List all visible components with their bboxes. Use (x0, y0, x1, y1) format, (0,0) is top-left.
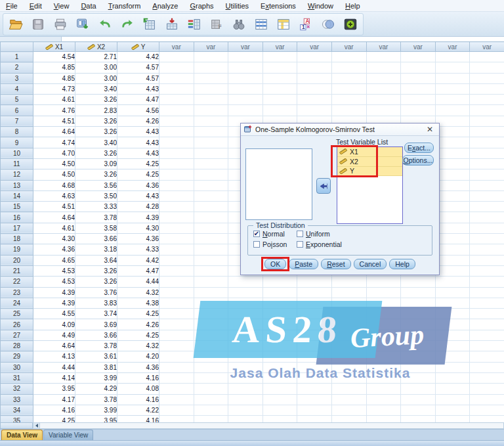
empty-cell[interactable] (401, 319, 436, 330)
empty-cell[interactable] (194, 394, 228, 405)
checkbox-normal[interactable]: ✔Normal (253, 230, 294, 238)
empty-cell[interactable] (194, 277, 228, 287)
empty-cell[interactable] (297, 330, 332, 340)
menu-utilities[interactable]: Utilities (220, 1, 255, 11)
checkbox-box-icon[interactable] (297, 231, 303, 237)
empty-cell[interactable] (470, 277, 504, 287)
empty-cell[interactable] (228, 309, 263, 319)
column-header-var[interactable]: var (401, 42, 436, 52)
empty-cell[interactable] (262, 309, 297, 319)
row-number[interactable]: 6 (1, 105, 33, 116)
empty-cell[interactable] (435, 158, 470, 169)
value-labels-icon[interactable]: A1 (297, 15, 314, 33)
empty-cell[interactable] (228, 95, 263, 105)
empty-cell[interactable] (470, 351, 504, 362)
empty-cell[interactable] (228, 83, 263, 94)
data-cell[interactable]: 4.50 (33, 158, 75, 169)
empty-cell[interactable] (401, 83, 436, 94)
empty-cell[interactable] (435, 137, 470, 148)
empty-cell[interactable] (401, 62, 436, 73)
data-cell[interactable]: 4.43 (117, 190, 159, 201)
empty-cell[interactable] (262, 319, 297, 330)
row-number[interactable]: 12 (1, 169, 33, 180)
data-cell[interactable]: 4.54 (33, 52, 75, 62)
empty-cell[interactable] (401, 105, 436, 116)
empty-cell[interactable] (228, 330, 263, 340)
empty-cell[interactable] (470, 287, 504, 298)
empty-cell[interactable] (297, 372, 332, 383)
empty-cell[interactable] (401, 394, 436, 405)
empty-cell[interactable] (366, 83, 401, 94)
column-header-var[interactable]: var (159, 42, 194, 52)
empty-cell[interactable] (435, 405, 470, 415)
empty-cell[interactable] (159, 405, 194, 415)
data-cell[interactable]: 3.00 (75, 73, 117, 83)
empty-cell[interactable] (194, 62, 228, 73)
transfer-arrow-button[interactable] (316, 178, 331, 194)
data-cell[interactable]: 3.26 (75, 95, 117, 105)
data-cell[interactable]: 4.61 (33, 95, 75, 105)
tab-data-view[interactable]: Data View (1, 430, 43, 440)
empty-cell[interactable] (470, 116, 504, 126)
empty-cell[interactable] (331, 105, 366, 116)
empty-cell[interactable] (228, 416, 263, 422)
empty-cell[interactable] (262, 95, 297, 105)
empty-cell[interactable] (262, 62, 297, 73)
empty-cell[interactable] (159, 62, 194, 73)
empty-cell[interactable] (331, 372, 366, 383)
empty-cell[interactable] (366, 298, 401, 308)
empty-cell[interactable] (194, 287, 228, 298)
empty-cell[interactable] (297, 384, 332, 394)
column-header-var[interactable]: var (366, 42, 401, 52)
empty-cell[interactable] (159, 202, 194, 212)
empty-cell[interactable] (228, 73, 263, 83)
empty-cell[interactable] (470, 127, 504, 137)
data-cell[interactable]: 4.39 (33, 298, 75, 308)
data-cell[interactable]: 4.14 (33, 372, 75, 383)
data-cell[interactable]: 3.78 (75, 394, 117, 405)
horizontal-scrollbar[interactable] (33, 422, 504, 429)
column-header-var[interactable]: var (228, 42, 263, 52)
empty-cell[interactable] (366, 405, 401, 415)
data-cell[interactable]: 4.30 (33, 234, 75, 244)
empty-cell[interactable] (401, 287, 436, 298)
data-cell[interactable]: 3.83 (75, 298, 117, 308)
empty-cell[interactable] (228, 277, 263, 287)
empty-cell[interactable] (159, 137, 194, 148)
empty-cell[interactable] (470, 180, 504, 190)
empty-cell[interactable] (331, 83, 366, 94)
data-cell[interactable]: 4.53 (33, 277, 75, 287)
data-cell[interactable]: 4.25 (117, 169, 159, 180)
data-cell[interactable]: 4.64 (33, 127, 75, 137)
empty-cell[interactable] (262, 277, 297, 287)
empty-cell[interactable] (435, 244, 470, 255)
menu-window[interactable]: Window (302, 1, 339, 11)
empty-cell[interactable] (194, 244, 228, 255)
empty-cell[interactable] (435, 116, 470, 126)
data-cell[interactable]: 4.20 (117, 351, 159, 362)
data-cell[interactable]: 4.47 (117, 265, 159, 276)
empty-cell[interactable] (262, 83, 297, 94)
empty-cell[interactable] (435, 190, 470, 201)
empty-cell[interactable] (228, 62, 263, 73)
empty-cell[interactable] (470, 309, 504, 319)
row-number[interactable]: 11 (1, 158, 33, 169)
empty-cell[interactable] (194, 341, 228, 351)
data-cell[interactable]: 4.42 (117, 255, 159, 265)
data-cell[interactable]: 4.43 (117, 148, 159, 158)
empty-cell[interactable] (194, 169, 228, 180)
empty-cell[interactable] (470, 95, 504, 105)
data-cell[interactable]: 3.26 (75, 169, 117, 180)
column-header-var[interactable]: var (470, 42, 504, 52)
empty-cell[interactable] (331, 62, 366, 73)
data-cell[interactable]: 4.38 (117, 298, 159, 308)
empty-cell[interactable] (366, 277, 401, 287)
empty-cell[interactable] (401, 95, 436, 105)
data-cell[interactable]: 4.39 (117, 212, 159, 223)
empty-cell[interactable] (262, 351, 297, 362)
empty-cell[interactable] (331, 277, 366, 287)
empty-cell[interactable] (159, 309, 194, 319)
empty-cell[interactable] (159, 234, 194, 244)
empty-cell[interactable] (435, 95, 470, 105)
empty-cell[interactable] (194, 148, 228, 158)
